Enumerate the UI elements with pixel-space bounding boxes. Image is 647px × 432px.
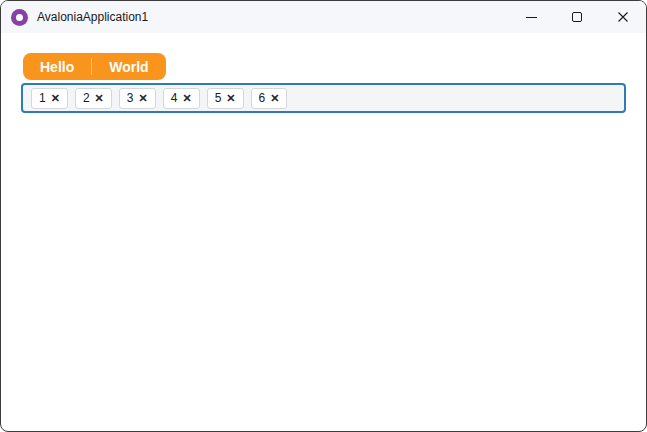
chip-5[interactable]: 5 ✕ (207, 88, 244, 109)
titlebar: AvaloniaApplication1 (1, 1, 646, 33)
chip-5-label: 5 (215, 91, 222, 105)
avalonia-logo-icon (11, 9, 28, 26)
content-area: Hello World 1 ✕ 2 ✕ 3 ✕ 4 ✕ (1, 53, 646, 113)
avalonia-logo-hole (16, 14, 23, 21)
tab-strip: Hello World (23, 53, 166, 80)
window-controls (508, 1, 646, 33)
maximize-icon (572, 12, 582, 22)
chip-4-label: 4 (171, 91, 178, 105)
close-icon (617, 11, 629, 23)
minimize-button[interactable] (508, 1, 554, 33)
minimize-icon (526, 17, 537, 18)
chip-4-close-icon[interactable]: ✕ (182, 93, 191, 104)
tab-world[interactable]: World (92, 53, 165, 80)
chip-1[interactable]: 1 ✕ (31, 88, 68, 109)
tab-hello[interactable]: Hello (23, 53, 91, 80)
chip-3-label: 3 (127, 91, 134, 105)
chip-input[interactable]: 1 ✕ 2 ✕ 3 ✕ 4 ✕ 5 ✕ 6 ✕ (21, 83, 626, 113)
tab-world-label: World (109, 59, 148, 75)
chip-5-close-icon[interactable]: ✕ (226, 93, 235, 104)
close-button[interactable] (600, 1, 646, 33)
chip-1-label: 1 (39, 91, 46, 105)
chip-6[interactable]: 6 ✕ (251, 88, 288, 109)
chip-4[interactable]: 4 ✕ (163, 88, 200, 109)
chip-1-close-icon[interactable]: ✕ (51, 93, 60, 104)
chip-2-label: 2 (83, 91, 90, 105)
chip-6-label: 6 (259, 91, 266, 105)
window-title: AvaloniaApplication1 (37, 10, 148, 24)
maximize-button[interactable] (554, 1, 600, 33)
chip-3-close-icon[interactable]: ✕ (139, 93, 148, 104)
chip-2-close-icon[interactable]: ✕ (95, 93, 104, 104)
chip-3[interactable]: 3 ✕ (119, 88, 156, 109)
chip-6-close-icon[interactable]: ✕ (270, 93, 279, 104)
chip-2[interactable]: 2 ✕ (75, 88, 112, 109)
tab-hello-label: Hello (40, 59, 74, 75)
app-window: AvaloniaApplication1 Hello World (0, 0, 647, 432)
